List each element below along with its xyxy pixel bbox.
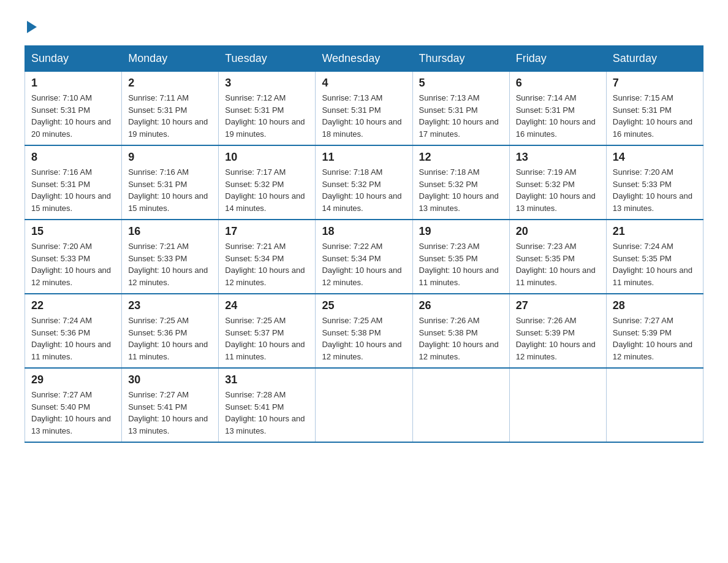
day-info: Sunrise: 7:21 AMSunset: 5:34 PMDaylight:… — [225, 242, 305, 287]
calendar-cell: 2 Sunrise: 7:11 AMSunset: 5:31 PMDayligh… — [122, 72, 219, 146]
calendar-week-row: 1 Sunrise: 7:10 AMSunset: 5:31 PMDayligh… — [25, 72, 703, 146]
day-info: Sunrise: 7:13 AMSunset: 5:31 PMDaylight:… — [322, 93, 401, 139]
calendar-cell: 11 Sunrise: 7:18 AMSunset: 5:32 PMDaylig… — [316, 145, 412, 220]
calendar-cell: 20 Sunrise: 7:23 AMSunset: 5:35 PMDaylig… — [509, 220, 606, 294]
calendar-cell: 27 Sunrise: 7:26 AMSunset: 5:39 PMDaylig… — [509, 294, 606, 368]
day-number: 11 — [322, 151, 406, 164]
logo — [25, 18, 37, 33]
day-info: Sunrise: 7:18 AMSunset: 5:32 PMDaylight:… — [419, 167, 499, 213]
day-info: Sunrise: 7:28 AMSunset: 5:41 PMDaylight:… — [225, 390, 305, 435]
day-number: 27 — [516, 299, 600, 312]
day-header-sunday: Sunday — [25, 46, 122, 72]
day-info: Sunrise: 7:27 AMSunset: 5:39 PMDaylight:… — [613, 316, 692, 361]
calendar-cell: 3 Sunrise: 7:12 AMSunset: 5:31 PMDayligh… — [219, 72, 316, 146]
calendar-cell: 23 Sunrise: 7:25 AMSunset: 5:36 PMDaylig… — [122, 294, 219, 368]
calendar-cell: 22 Sunrise: 7:24 AMSunset: 5:36 PMDaylig… — [25, 294, 122, 368]
day-number: 22 — [31, 299, 115, 312]
day-info: Sunrise: 7:25 AMSunset: 5:38 PMDaylight:… — [322, 316, 401, 361]
day-info: Sunrise: 7:21 AMSunset: 5:33 PMDaylight:… — [128, 242, 208, 287]
calendar-cell: 12 Sunrise: 7:18 AMSunset: 5:32 PMDaylig… — [412, 145, 509, 220]
calendar-cell: 6 Sunrise: 7:14 AMSunset: 5:31 PMDayligh… — [509, 72, 606, 146]
day-info: Sunrise: 7:22 AMSunset: 5:34 PMDaylight:… — [322, 242, 401, 287]
day-header-thursday: Thursday — [412, 46, 509, 72]
calendar-cell: 7 Sunrise: 7:15 AMSunset: 5:31 PMDayligh… — [606, 72, 703, 146]
day-header-saturday: Saturday — [606, 46, 703, 72]
day-number: 24 — [225, 299, 309, 312]
day-info: Sunrise: 7:20 AMSunset: 5:33 PMDaylight:… — [31, 242, 111, 287]
day-header-monday: Monday — [122, 46, 219, 72]
day-info: Sunrise: 7:25 AMSunset: 5:36 PMDaylight:… — [128, 316, 208, 361]
day-number: 15 — [31, 225, 115, 238]
day-info: Sunrise: 7:25 AMSunset: 5:37 PMDaylight:… — [225, 316, 305, 361]
day-number: 23 — [128, 299, 212, 312]
day-number: 25 — [322, 299, 406, 312]
calendar-cell: 21 Sunrise: 7:24 AMSunset: 5:35 PMDaylig… — [606, 220, 703, 294]
day-info: Sunrise: 7:14 AMSunset: 5:31 PMDaylight:… — [516, 93, 596, 139]
day-number: 18 — [322, 225, 406, 238]
day-info: Sunrise: 7:27 AMSunset: 5:40 PMDaylight:… — [31, 390, 111, 435]
calendar-cell: 16 Sunrise: 7:21 AMSunset: 5:33 PMDaylig… — [122, 220, 219, 294]
calendar-cell — [316, 368, 412, 442]
day-header-friday: Friday — [509, 46, 606, 72]
day-number: 5 — [419, 77, 503, 90]
calendar-cell — [509, 368, 606, 442]
day-number: 14 — [613, 151, 697, 164]
calendar-week-row: 29 Sunrise: 7:27 AMSunset: 5:40 PMDaylig… — [25, 368, 703, 442]
day-info: Sunrise: 7:12 AMSunset: 5:31 PMDaylight:… — [225, 93, 305, 139]
calendar-cell — [412, 368, 509, 442]
day-header-tuesday: Tuesday — [219, 46, 316, 72]
day-info: Sunrise: 7:16 AMSunset: 5:31 PMDaylight:… — [31, 167, 111, 213]
day-info: Sunrise: 7:20 AMSunset: 5:33 PMDaylight:… — [613, 167, 692, 213]
day-number: 30 — [128, 373, 212, 386]
day-info: Sunrise: 7:13 AMSunset: 5:31 PMDaylight:… — [419, 93, 499, 139]
day-number: 7 — [613, 77, 697, 90]
day-number: 21 — [613, 225, 697, 238]
day-info: Sunrise: 7:16 AMSunset: 5:31 PMDaylight:… — [128, 167, 208, 213]
calendar-table: SundayMondayTuesdayWednesdayThursdayFrid… — [25, 45, 703, 443]
calendar-cell — [606, 368, 703, 442]
day-number: 1 — [31, 77, 115, 90]
calendar-cell: 15 Sunrise: 7:20 AMSunset: 5:33 PMDaylig… — [25, 220, 122, 294]
day-info: Sunrise: 7:23 AMSunset: 5:35 PMDaylight:… — [419, 242, 499, 287]
page-header — [25, 18, 703, 33]
calendar-cell: 5 Sunrise: 7:13 AMSunset: 5:31 PMDayligh… — [412, 72, 509, 146]
calendar-cell: 19 Sunrise: 7:23 AMSunset: 5:35 PMDaylig… — [412, 220, 509, 294]
calendar-week-row: 8 Sunrise: 7:16 AMSunset: 5:31 PMDayligh… — [25, 145, 703, 220]
calendar-cell: 31 Sunrise: 7:28 AMSunset: 5:41 PMDaylig… — [219, 368, 316, 442]
calendar-cell: 13 Sunrise: 7:19 AMSunset: 5:32 PMDaylig… — [509, 145, 606, 220]
logo-arrow-icon — [27, 21, 37, 33]
day-info: Sunrise: 7:26 AMSunset: 5:38 PMDaylight:… — [419, 316, 499, 361]
day-number: 10 — [225, 151, 309, 164]
calendar-cell: 14 Sunrise: 7:20 AMSunset: 5:33 PMDaylig… — [606, 145, 703, 220]
calendar-cell: 28 Sunrise: 7:27 AMSunset: 5:39 PMDaylig… — [606, 294, 703, 368]
day-number: 8 — [31, 151, 115, 164]
calendar-cell: 25 Sunrise: 7:25 AMSunset: 5:38 PMDaylig… — [316, 294, 412, 368]
day-info: Sunrise: 7:11 AMSunset: 5:31 PMDaylight:… — [128, 93, 208, 139]
day-number: 20 — [516, 225, 600, 238]
calendar-cell: 1 Sunrise: 7:10 AMSunset: 5:31 PMDayligh… — [25, 72, 122, 146]
calendar-cell: 30 Sunrise: 7:27 AMSunset: 5:41 PMDaylig… — [122, 368, 219, 442]
calendar-cell: 9 Sunrise: 7:16 AMSunset: 5:31 PMDayligh… — [122, 145, 219, 220]
day-number: 31 — [225, 373, 309, 386]
day-number: 19 — [419, 225, 503, 238]
calendar-week-row: 15 Sunrise: 7:20 AMSunset: 5:33 PMDaylig… — [25, 220, 703, 294]
calendar-cell: 8 Sunrise: 7:16 AMSunset: 5:31 PMDayligh… — [25, 145, 122, 220]
day-number: 29 — [31, 373, 115, 386]
day-info: Sunrise: 7:23 AMSunset: 5:35 PMDaylight:… — [516, 242, 596, 287]
day-info: Sunrise: 7:19 AMSunset: 5:32 PMDaylight:… — [516, 167, 596, 213]
day-info: Sunrise: 7:26 AMSunset: 5:39 PMDaylight:… — [516, 316, 596, 361]
calendar-cell: 10 Sunrise: 7:17 AMSunset: 5:32 PMDaylig… — [219, 145, 316, 220]
day-number: 13 — [516, 151, 600, 164]
day-number: 4 — [322, 77, 406, 90]
calendar-cell: 18 Sunrise: 7:22 AMSunset: 5:34 PMDaylig… — [316, 220, 412, 294]
day-number: 3 — [225, 77, 309, 90]
day-number: 9 — [128, 151, 212, 164]
day-number: 6 — [516, 77, 600, 90]
day-info: Sunrise: 7:15 AMSunset: 5:31 PMDaylight:… — [613, 93, 692, 139]
day-number: 26 — [419, 299, 503, 312]
day-info: Sunrise: 7:24 AMSunset: 5:36 PMDaylight:… — [31, 316, 111, 361]
calendar-cell: 4 Sunrise: 7:13 AMSunset: 5:31 PMDayligh… — [316, 72, 412, 146]
day-number: 28 — [613, 299, 697, 312]
day-info: Sunrise: 7:18 AMSunset: 5:32 PMDaylight:… — [322, 167, 401, 213]
day-number: 16 — [128, 225, 212, 238]
